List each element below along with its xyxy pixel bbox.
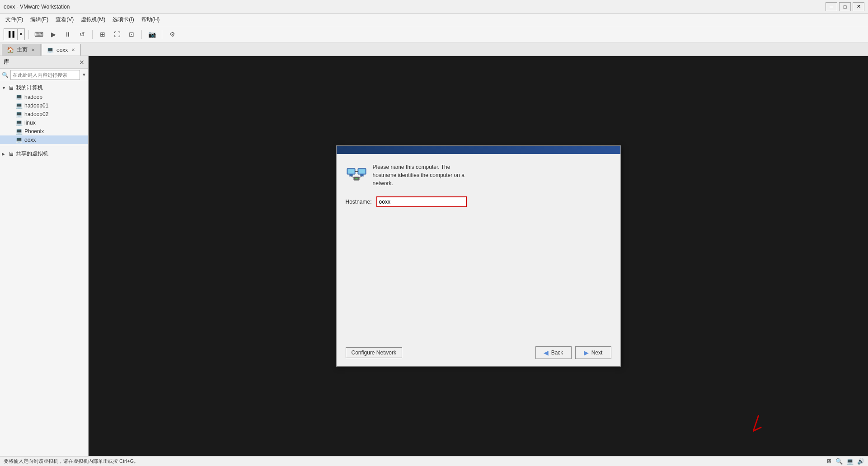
sidebar: 库 ✕ 🔍 ▼ ▼ 🖥 我的计算机 💻 hadoop 💻 hadoop xyxy=(0,56,89,456)
content-area[interactable]: Please name this computer. The hostname … xyxy=(89,56,868,456)
expand-icon: ▼ xyxy=(2,86,8,90)
menu-edit[interactable]: 编辑(E) xyxy=(27,14,52,25)
tab-ooxx[interactable]: 💻 ooxx ✕ xyxy=(42,44,81,56)
toolbar-btn-restart[interactable]: ↺ xyxy=(76,28,89,40)
back-label: Back xyxy=(551,350,563,356)
svg-rect-3 xyxy=(347,169,354,174)
sidebar-header: 库 ✕ xyxy=(0,56,88,69)
sidebar-item-linux[interactable]: 💻 linux xyxy=(0,118,88,127)
toolbar-sep-1 xyxy=(28,30,29,39)
dialog-description: Please name this computer. The hostname … xyxy=(373,163,464,187)
dialog-bottom: Configure Network ◀ Back ▶ Next xyxy=(337,343,620,366)
tab-home[interactable]: 🏠 主页 ✕ xyxy=(2,44,41,56)
tab-ooxx-close[interactable]: ✕ xyxy=(70,47,76,52)
search-input[interactable] xyxy=(10,70,80,80)
toolbar-btn-fullscreen[interactable]: ⛶ xyxy=(111,28,123,40)
svg-point-10 xyxy=(355,178,356,179)
vm-folder-icon: 💻 xyxy=(15,119,23,126)
close-button[interactable]: ✕ xyxy=(853,2,864,11)
status-bar: 要将输入定向到该虚拟机，请在虚拟机内部单击或按 Ctrl+G。 🖥 🔍 💻 🔊 xyxy=(0,456,868,466)
toolbar-btn-snapshot[interactable]: 📷 xyxy=(145,28,158,40)
sidebar-item-phoenix-label: Phoenix xyxy=(24,128,44,135)
next-label: Next xyxy=(591,350,603,356)
toolbar-btn-power-on[interactable]: ▶ xyxy=(47,28,60,40)
sidebar-item-my-computers[interactable]: ▼ 🖥 我的计算机 xyxy=(0,83,88,93)
menu-vm[interactable]: 虚拟机(M) xyxy=(77,14,109,25)
toolbar: ▐▐ ▼ ⌨ ▶ ⏸ ↺ ⊞ ⛶ ⊡ 📷 ⚙ xyxy=(0,26,868,42)
toolbar-btn-send-ctrl-alt-del[interactable]: ⌨ xyxy=(33,28,45,40)
sidebar-tree: ▼ 🖥 我的计算机 💻 hadoop 💻 hadoop01 💻 hadoop02 xyxy=(0,81,88,456)
vm-dialog-container: Please name this computer. The hostname … xyxy=(89,56,868,456)
sidebar-item-hadoop01[interactable]: 💻 hadoop01 xyxy=(0,101,88,110)
toolbar-btn-normal-view[interactable]: ⊞ xyxy=(96,28,109,40)
status-icon-display[interactable]: 🖥 xyxy=(826,458,832,465)
vm-folder-icon: 💻 xyxy=(15,102,23,109)
back-button[interactable]: ◀ Back xyxy=(535,346,572,359)
sidebar-item-hadoop[interactable]: 💻 hadoop xyxy=(0,93,88,101)
toolbar-sep-2 xyxy=(92,30,93,39)
sidebar-title: 库 xyxy=(4,58,9,66)
minimize-button[interactable]: ─ xyxy=(826,2,837,11)
vm-folder-icon: 💻 xyxy=(15,136,23,143)
pause-control: ▐▐ ▼ xyxy=(4,28,25,40)
sidebar-item-phoenix[interactable]: 💻 Phoenix xyxy=(0,127,88,135)
app-title: ooxx - VMware Workstation xyxy=(4,4,826,10)
status-icon-vm[interactable]: 💻 xyxy=(846,458,854,465)
sidebar-item-hadoop02[interactable]: 💻 hadoop02 xyxy=(0,110,88,118)
sidebar-search-row: 🔍 ▼ xyxy=(0,69,88,81)
sidebar-item-ooxx[interactable]: 💻 ooxx xyxy=(0,135,88,144)
svg-point-12 xyxy=(357,178,358,179)
dialog-info-row: Please name this computer. The hostname … xyxy=(346,163,611,187)
sidebar-item-my-computers-label: 我的计算机 xyxy=(16,84,43,92)
dialog-header-bar xyxy=(337,146,620,154)
description-line3: network. xyxy=(373,180,393,186)
menu-file[interactable]: 文件(F) xyxy=(2,14,27,25)
dialog-body: Please name this computer. The hostname … xyxy=(337,154,620,343)
tab-home-close[interactable]: ✕ xyxy=(30,47,36,52)
sidebar-item-linux-label: linux xyxy=(24,120,36,126)
search-icon: 🔍 xyxy=(2,72,9,78)
tab-ooxx-label: ooxx xyxy=(56,47,68,53)
toolbar-btn-preferences[interactable]: ⚙ xyxy=(166,28,178,40)
back-arrow-icon: ◀ xyxy=(544,349,549,356)
dialog-nav-buttons: ◀ Back ▶ Next xyxy=(535,346,611,359)
hostname-input[interactable] xyxy=(376,196,467,207)
pause-button[interactable]: ▐▐ xyxy=(4,28,18,40)
tab-home-label: 主页 xyxy=(17,46,28,54)
toolbar-sep-4 xyxy=(162,30,162,39)
sidebar-item-hadoop01-label: hadoop01 xyxy=(24,103,48,109)
search-dropdown-icon[interactable]: ▼ xyxy=(82,72,86,77)
expand-icon: ▶ xyxy=(2,152,8,156)
pause-dropdown[interactable]: ▼ xyxy=(18,28,25,40)
menu-view[interactable]: 查看(V) xyxy=(52,14,77,25)
toolbar-btn-suspend[interactable]: ⏸ xyxy=(61,28,74,40)
description-line1: Please name this computer. The xyxy=(373,164,450,170)
folder-icon: 🖥 xyxy=(8,84,14,91)
status-icon-search[interactable]: 🔍 xyxy=(835,458,843,465)
vm-icon: 💻 xyxy=(47,47,54,53)
status-icon-audio[interactable]: 🔊 xyxy=(857,458,864,465)
toolbar-sep-3 xyxy=(141,30,142,39)
main-layout: 库 ✕ 🔍 ▼ ▼ 🖥 我的计算机 💻 hadoop 💻 hadoop xyxy=(0,56,868,456)
configure-network-button[interactable]: Configure Network xyxy=(346,347,402,358)
sidebar-item-hadoop-label: hadoop xyxy=(24,94,42,100)
svg-rect-1 xyxy=(350,174,352,176)
window-controls: ─ □ ✕ xyxy=(826,2,864,11)
next-button[interactable]: ▶ Next xyxy=(575,346,611,359)
menu-tabs[interactable]: 选项卡(I) xyxy=(109,14,137,25)
next-arrow-icon: ▶ xyxy=(584,349,589,356)
svg-rect-7 xyxy=(358,169,365,174)
hostname-label: Hostname: xyxy=(346,199,372,205)
toolbar-btn-unity[interactable]: ⊡ xyxy=(125,28,138,40)
svg-rect-5 xyxy=(361,174,363,176)
title-bar: ooxx - VMware Workstation ─ □ ✕ xyxy=(0,0,868,14)
maximize-button[interactable]: □ xyxy=(839,2,851,11)
vm-setup-dialog: Please name this computer. The hostname … xyxy=(336,145,621,367)
sidebar-item-shared-vms[interactable]: ▶ 🖥 共享的虚拟机 xyxy=(0,149,88,158)
menu-help[interactable]: 帮助(H) xyxy=(138,14,164,25)
svg-point-11 xyxy=(356,178,357,179)
sidebar-close-button[interactable]: ✕ xyxy=(79,59,84,66)
hostname-row: Hostname: xyxy=(346,196,611,207)
dialog-spacer xyxy=(346,207,611,334)
network-icon xyxy=(346,163,367,185)
